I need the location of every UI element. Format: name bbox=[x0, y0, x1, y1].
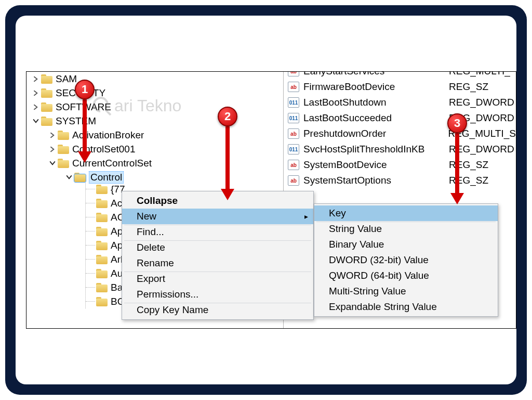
annotation-badge-2: 2 bbox=[218, 107, 237, 126]
folder-icon bbox=[96, 199, 108, 208]
folder-icon bbox=[58, 159, 69, 168]
submenu-qword[interactable]: QWORD (64-bit) Value bbox=[314, 268, 498, 283]
value-row[interactable]: abFirmwareBootDeviceREG_SZ bbox=[284, 79, 516, 95]
folder-icon bbox=[96, 297, 108, 306]
tree-item[interactable]: SECURITY bbox=[26, 86, 283, 100]
folder-icon bbox=[58, 131, 69, 140]
value-name: FirmwareBootDevice bbox=[303, 81, 449, 93]
annotation-arrow-2 bbox=[225, 126, 230, 189]
tree-item[interactable]: CurrentControlSet bbox=[26, 156, 283, 170]
chevron-right-icon[interactable] bbox=[48, 131, 57, 139]
tree-item[interactable]: ControlSet001 bbox=[26, 142, 283, 156]
folder-icon bbox=[41, 88, 52, 98]
tree-item-label: Control bbox=[89, 171, 124, 184]
tree-item-label: Ap bbox=[111, 240, 123, 251]
folder-icon bbox=[41, 117, 52, 126]
value-row[interactable]: abSystemStartOptionsREG_SZ bbox=[284, 173, 516, 188]
submenu-expand[interactable]: Expandable String Value bbox=[314, 299, 498, 315]
chevron-right-icon[interactable] bbox=[32, 89, 40, 97]
tree-item[interactable]: ActivationBroker bbox=[26, 128, 283, 142]
folder-icon bbox=[96, 185, 108, 194]
menu-new[interactable]: New ▸ bbox=[122, 209, 313, 224]
tree-item-label: Arl bbox=[111, 254, 123, 265]
value-row[interactable]: abSystemBootDeviceREG_SZ bbox=[284, 157, 516, 173]
tree-item-label: SYSTEM bbox=[56, 115, 96, 127]
menu-export[interactable]: Export bbox=[122, 271, 313, 287]
folder-icon bbox=[96, 241, 108, 250]
value-name: SystemStartOptions bbox=[303, 175, 449, 186]
value-name: SvcHostSplitThresholdInKB bbox=[303, 144, 449, 155]
tree-item-label: Ac bbox=[111, 198, 122, 209]
value-row[interactable]: abPreshutdownOrderREG_MULTI_S bbox=[284, 126, 516, 141]
annotation-arrow-1 bbox=[83, 99, 87, 151]
tree-item-label: Ba bbox=[111, 282, 123, 293]
submenu-dword[interactable]: DWORD (32-bit) Value bbox=[314, 252, 498, 268]
menu-find[interactable]: Find... bbox=[122, 224, 313, 240]
value-type: REG_SZ bbox=[449, 81, 488, 93]
context-menu[interactable]: Collapse New ▸ Find... Delete Rename Exp… bbox=[122, 191, 314, 320]
binary-value-icon: 011 bbox=[288, 97, 299, 108]
menu-copy-key-name[interactable]: Copy Key Name bbox=[122, 302, 313, 318]
menu-collapse[interactable]: Collapse bbox=[122, 193, 313, 209]
chevron-right-icon[interactable] bbox=[48, 145, 57, 153]
folder-icon bbox=[41, 74, 52, 84]
tree-item-label: Ap bbox=[111, 226, 123, 237]
folder-icon bbox=[96, 269, 108, 278]
submenu-string[interactable]: String Value bbox=[314, 221, 498, 237]
value-row[interactable]: abEarlyStartServicesREG_MULTI_ bbox=[284, 71, 516, 79]
annotation-arrow-3 bbox=[455, 133, 459, 193]
tree-item[interactable]: SYSTEM bbox=[26, 114, 283, 128]
chevron-right-icon[interactable] bbox=[32, 75, 40, 83]
submenu-multi[interactable]: Multi-String Value bbox=[314, 283, 498, 299]
string-value-icon: ab bbox=[288, 82, 299, 92]
string-value-icon: ab bbox=[288, 160, 299, 170]
value-row[interactable]: 011LastBootShutdownREG_DWORD bbox=[284, 95, 516, 110]
submenu-key[interactable]: Key bbox=[314, 205, 498, 221]
regedit-window: ari Tekno SAMSECURITYSOFTWARESYSTEMActiv… bbox=[26, 71, 516, 329]
value-name: EarlyStartServices bbox=[303, 71, 449, 77]
folder-icon bbox=[96, 283, 108, 292]
chevron-right-icon: ▸ bbox=[304, 212, 308, 221]
value-row[interactable]: 011SvcHostSplitThresholdInKBREG_DWORD bbox=[284, 141, 516, 157]
chevron-down-icon[interactable] bbox=[65, 173, 73, 182]
chevron-down-icon[interactable] bbox=[32, 117, 40, 125]
menu-delete[interactable]: Delete bbox=[122, 240, 313, 255]
string-value-icon: ab bbox=[288, 175, 299, 186]
value-name: SystemBootDevice bbox=[303, 159, 449, 171]
value-type: REG_DWORD bbox=[449, 97, 514, 108]
value-name: LastBootShutdown bbox=[303, 97, 449, 108]
tree-item-label: Au bbox=[111, 268, 123, 279]
tree-item-label: SAM bbox=[56, 73, 77, 85]
value-type: REG_MULTI_ bbox=[449, 71, 510, 77]
menu-permissions[interactable]: Permissions... bbox=[122, 287, 313, 302]
folder-icon bbox=[41, 102, 52, 112]
binary-value-icon: 011 bbox=[288, 113, 299, 123]
string-value-icon: ab bbox=[288, 128, 299, 139]
folder-icon bbox=[96, 213, 108, 222]
folder-icon bbox=[74, 173, 86, 182]
value-name: PreshutdownOrder bbox=[303, 128, 448, 139]
folder-icon bbox=[58, 145, 69, 154]
binary-value-icon: 011 bbox=[288, 144, 299, 154]
submenu-binary[interactable]: Binary Value bbox=[314, 237, 498, 252]
chevron-right-icon[interactable] bbox=[32, 103, 40, 111]
folder-icon bbox=[96, 255, 108, 264]
string-value-icon: ab bbox=[288, 71, 299, 76]
annotation-badge-1: 1 bbox=[75, 80, 95, 99]
chevron-down-icon[interactable] bbox=[48, 159, 57, 167]
value-row[interactable]: 011LastBootSucceededREG_DWORD bbox=[284, 110, 516, 126]
new-submenu[interactable]: Key String Value Binary Value DWORD (32-… bbox=[314, 203, 498, 317]
value-name: LastBootSucceeded bbox=[303, 112, 449, 124]
folder-icon bbox=[96, 227, 108, 236]
menu-rename[interactable]: Rename bbox=[122, 255, 313, 271]
annotation-badge-3: 3 bbox=[447, 113, 467, 133]
tree-item[interactable]: SOFTWARE bbox=[26, 100, 283, 114]
tree-item[interactable]: SAM bbox=[26, 72, 283, 86]
